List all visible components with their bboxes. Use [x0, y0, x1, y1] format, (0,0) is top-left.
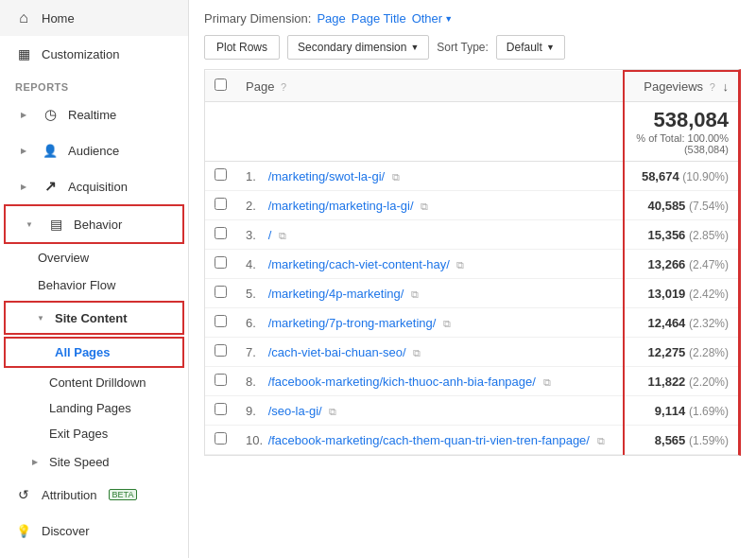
total-check-cell	[205, 102, 236, 162]
external-link-icon[interactable]: ⧉	[443, 318, 451, 329]
page-link[interactable]: /marketing/marketing-la-gi/	[268, 199, 414, 213]
sidebar-item-attribution[interactable]: Attribution BETA	[0, 477, 188, 513]
row-page-cell: 9. /seo-la-gi/ ⧉	[236, 396, 624, 426]
row-checkbox[interactable]	[215, 403, 227, 415]
sidebar-item-behavior-flow[interactable]: Behavior Flow	[0, 271, 188, 299]
acquisition-icon	[42, 178, 59, 195]
data-table: Page ? Pageviews ? ↓ 538,084 % of T	[205, 70, 738, 455]
page-link[interactable]: /marketing/cach-viet-content-hay/	[268, 257, 450, 271]
row-number: 9.	[246, 404, 265, 418]
page-link[interactable]: /cach-viet-bai-chuan-seo/	[268, 345, 406, 359]
sidebar-item-content-drilldown[interactable]: Content Drilldown	[0, 370, 188, 395]
dim-page-link[interactable]: Page	[317, 11, 345, 26]
row-page-cell: 7. /cach-viet-bai-chuan-seo/ ⧉	[236, 338, 624, 367]
chevron-down-icon-behavior	[21, 216, 38, 233]
sidebar-label-customization: Customization	[42, 47, 119, 61]
external-link-icon[interactable]: ⧉	[543, 376, 551, 388]
external-link-icon[interactable]: ⧉	[329, 406, 336, 417]
row-checkbox-cell[interactable]	[205, 308, 236, 338]
page-link[interactable]: /marketing/4p-marketing/	[268, 287, 404, 301]
page-link[interactable]: /seo-la-gi/	[268, 404, 322, 418]
sidebar-item-exit-pages[interactable]: Exit Pages	[0, 421, 188, 446]
chevron-down-icon-site-content	[32, 309, 49, 326]
sort-default-dropdown[interactable]: Default ▼	[496, 35, 565, 60]
sidebar-item-home[interactable]: Home	[0, 0, 188, 36]
total-pageviews: 538,084	[634, 108, 729, 132]
main-content: Primary Dimension: Page Page Title Other…	[189, 0, 756, 558]
row-checkbox-cell[interactable]	[205, 162, 236, 191]
row-checkbox-cell[interactable]	[205, 396, 236, 426]
plot-rows-button[interactable]: Plot Rows	[204, 35, 280, 60]
external-link-icon[interactable]: ⧉	[421, 201, 428, 212]
total-label-cell	[236, 102, 624, 162]
sidebar-item-landing-pages[interactable]: Landing Pages	[0, 395, 188, 421]
row-checkbox[interactable]	[215, 256, 227, 269]
table-row: 7. /cach-viet-bai-chuan-seo/ ⧉ 12,275 (2…	[205, 338, 738, 367]
row-checkbox-cell[interactable]	[205, 338, 236, 367]
dim-page-title-link[interactable]: Page Title	[352, 11, 406, 26]
chevron-right-icon-site-speed	[26, 453, 43, 470]
external-link-icon[interactable]: ⧉	[411, 288, 419, 300]
row-checkbox-cell[interactable]	[205, 250, 236, 279]
row-checkbox[interactable]	[215, 432, 227, 445]
row-checkbox[interactable]	[215, 344, 227, 357]
chevron-right-icon-acquisition	[15, 178, 32, 195]
sidebar-item-site-speed[interactable]: Site Speed	[0, 446, 188, 477]
chevron-right-icon-audience	[15, 142, 32, 159]
row-pageviews-cell: 40,585 (7.54%)	[624, 191, 738, 220]
row-checkbox[interactable]	[215, 374, 227, 386]
sidebar-item-customization[interactable]: Customization	[0, 36, 188, 72]
page-link[interactable]: /facebook-marketing/kich-thuoc-anh-bia-f…	[268, 375, 536, 389]
checkbox-header[interactable]	[205, 71, 236, 102]
select-all-checkbox[interactable]	[215, 78, 227, 91]
sidebar-item-audience[interactable]: Audience	[0, 132, 188, 168]
dim-other-btn[interactable]: Other ▼	[412, 11, 453, 26]
external-link-icon[interactable]: ⧉	[413, 347, 421, 358]
row-number: 2.	[246, 199, 265, 213]
row-checkbox-cell[interactable]	[205, 191, 236, 220]
sidebar-label-acquisition: Acquisition	[68, 180, 128, 194]
page-link[interactable]: /facebook-marketing/cach-them-quan-tri-v…	[268, 433, 590, 447]
sidebar-item-all-pages[interactable]: All Pages	[4, 337, 184, 368]
toolbar: Plot Rows Secondary dimension ▼ Sort Typ…	[204, 35, 741, 60]
external-link-icon[interactable]: ⧉	[279, 230, 286, 241]
page-link[interactable]: /	[268, 228, 272, 242]
sidebar-item-realtime[interactable]: Realtime	[0, 96, 188, 132]
row-checkbox[interactable]	[215, 227, 227, 239]
primary-dim-label: Primary Dimension:	[204, 11, 311, 26]
row-checkbox[interactable]	[215, 168, 227, 181]
sidebar-label-attribution: Attribution	[42, 488, 97, 502]
sort-down-icon[interactable]: ↓	[723, 79, 730, 94]
external-link-icon[interactable]: ⧉	[456, 259, 464, 270]
external-link-icon[interactable]: ⧉	[597, 435, 605, 446]
sidebar-item-acquisition[interactable]: Acquisition	[0, 168, 188, 204]
sidebar-item-overview[interactable]: Overview	[0, 244, 188, 271]
external-link-icon[interactable]: ⧉	[392, 171, 400, 183]
row-checkbox-cell[interactable]	[205, 279, 236, 308]
sidebar-item-behavior[interactable]: Behavior	[4, 204, 184, 244]
row-pageviews-cell: 12,464 (2.32%)	[624, 308, 738, 338]
site-speed-label: Site Speed	[49, 455, 110, 469]
site-content-header[interactable]: Site Content	[4, 301, 184, 335]
pageviews-help-icon[interactable]: ?	[710, 81, 715, 93]
site-content-label: Site Content	[55, 311, 128, 325]
row-checkbox[interactable]	[215, 286, 227, 298]
sidebar-label-behavior: Behavior	[74, 218, 122, 232]
realtime-icon	[42, 106, 59, 123]
total-raw: (538,084)	[634, 144, 729, 155]
secondary-dimension-dropdown[interactable]: Secondary dimension ▼	[287, 35, 429, 60]
table-row: 6. /marketing/7p-trong-marketing/ ⧉ 12,4…	[205, 308, 738, 338]
page-help-icon[interactable]: ?	[281, 81, 286, 93]
row-checkbox-cell[interactable]	[205, 220, 236, 250]
row-pageviews-cell: 12,275 (2.28%)	[624, 338, 738, 367]
row-checkbox-cell[interactable]	[205, 367, 236, 396]
row-page-cell: 3. / ⧉	[236, 220, 624, 250]
row-checkbox-cell[interactable]	[205, 426, 236, 455]
row-pageviews-cell: 13,266 (2.47%)	[624, 250, 738, 279]
row-checkbox[interactable]	[215, 315, 227, 327]
row-checkbox[interactable]	[215, 198, 227, 210]
page-link[interactable]: /marketing/7p-trong-marketing/	[268, 316, 437, 330]
sidebar-item-discover[interactable]: Discover	[0, 513, 188, 549]
page-link[interactable]: /marketing/swot-la-gi/	[268, 169, 386, 183]
sidebar-label-audience: Audience	[68, 144, 119, 158]
